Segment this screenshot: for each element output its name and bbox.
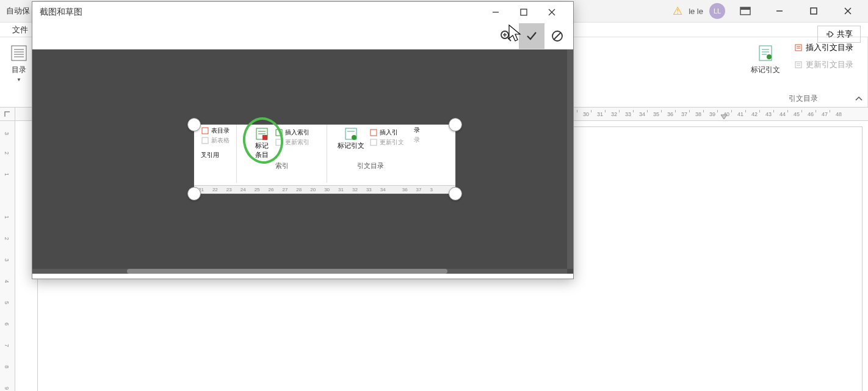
file-tab[interactable]: 文件: [7, 22, 33, 38]
toc-label: 目录: [12, 65, 26, 75]
ruler-tick: 43: [765, 111, 772, 117]
ruler-tick: 36: [667, 111, 673, 117]
dialog-maximize-button[interactable]: [510, 2, 538, 23]
cap-citation-group: 标记引文 插入引 更新引文 引文目录: [327, 125, 414, 183]
cap-mark-citation-button: 标记引文: [338, 126, 364, 150]
cap-mark-entry-button: 标记 条目: [254, 126, 270, 159]
snip-sketch-dialog: 截图和草图 表目录 新表格: [32, 1, 574, 279]
toc-button[interactable]: 目录 ▼: [6, 40, 32, 86]
cap-tof-group: 表目录 新表格 叉引用: [194, 125, 237, 183]
citation-sub-buttons: 插入引文目录 更新引文目录: [789, 40, 858, 72]
citation-group-title: 引文目录: [789, 93, 818, 106]
ruler-tick: 39: [709, 111, 715, 117]
ruler-vertical[interactable]: 3 2 1 1 2 3 4 5 6 7 8 9: [0, 121, 15, 391]
canvas-scrollbar-h[interactable]: [32, 269, 567, 274]
close-button[interactable]: [834, 0, 862, 23]
ribbon-display-options-button[interactable]: [731, 0, 759, 23]
svg-rect-6: [12, 46, 26, 60]
ruler-tick: 46: [808, 111, 814, 117]
cap-update-cite: 更新引文: [369, 138, 404, 147]
ruler-tick: 41: [737, 111, 743, 117]
svg-rect-39: [276, 139, 282, 145]
ruler-tick: 42: [751, 111, 758, 117]
ruler-tick: 4: [4, 280, 10, 283]
cap-index-group: 标记 条目 插入索引 更新索引 索引: [237, 125, 327, 183]
cap-cite-sub: 插入引 更新引文: [369, 126, 404, 147]
insert-citation-toc-label: 插入引文目录: [806, 42, 853, 53]
cap-mark-entry-l1: 标记: [255, 141, 269, 150]
ribbon-collapse-button[interactable]: [855, 95, 863, 104]
ruler-tick: 6: [4, 323, 10, 326]
cap-update-table: 新表格: [201, 136, 230, 145]
cap-insert-index: 插入索引: [275, 128, 309, 137]
scrollbar-thumb[interactable]: [127, 269, 447, 274]
ruler-tick: 48: [836, 111, 842, 117]
avatar[interactable]: LL: [709, 3, 725, 19]
minimize-button[interactable]: [765, 0, 794, 23]
cancel-button[interactable]: [544, 23, 570, 49]
warning-icon[interactable]: ⚠: [673, 4, 682, 18]
svg-rect-1: [740, 7, 750, 10]
dialog-title: 截图和草图: [40, 7, 82, 18]
chevron-down-icon: ▼: [16, 77, 21, 82]
svg-line-27: [508, 38, 511, 41]
ruler-tick: 45: [794, 111, 800, 117]
cap-citation-label: 引文目录: [357, 161, 384, 170]
resize-handle-tl[interactable]: [187, 118, 201, 131]
cap-index-label: 索引: [275, 161, 289, 170]
update-citation-toc-button[interactable]: 更新引文目录: [789, 57, 858, 72]
dialog-minimize-button[interactable]: [482, 2, 510, 23]
svg-rect-37: [262, 135, 267, 140]
share-button[interactable]: 共享: [817, 26, 861, 43]
ruler-tick: 38: [695, 111, 701, 117]
cap-mark-entry-l2: 条目: [255, 150, 269, 159]
svg-rect-43: [371, 130, 377, 136]
maximize-button[interactable]: [800, 0, 828, 23]
ruler-tick: 33: [625, 111, 631, 117]
dialog-close-button[interactable]: [538, 2, 566, 23]
svg-rect-16: [795, 45, 801, 51]
cap-insert-cite: 插入引: [369, 128, 404, 137]
ruler-tick: 34: [639, 111, 645, 117]
svg-rect-33: [202, 137, 208, 144]
cap-index-sub: 插入索引 更新索引: [275, 126, 309, 147]
svg-line-31: [554, 32, 561, 40]
dialog-titlebar[interactable]: 截图和草图: [32, 2, 573, 23]
captured-image[interactable]: 表目录 新表格 叉引用 标记 条目 插入索引: [193, 124, 456, 194]
ruler-tick: 35: [653, 111, 659, 117]
dialog-canvas[interactable]: 表目录 新表格 叉引用 标记 条目 插入索引: [32, 49, 573, 274]
resize-handle-tr[interactable]: [449, 118, 462, 131]
ruler-tick: 30: [583, 111, 589, 117]
ruler-tick: 32: [611, 111, 617, 117]
mark-citation-button[interactable]: 标记引文: [748, 40, 783, 78]
margin-marker-icon[interactable]: [720, 114, 728, 120]
cap-update-index: 更新索引: [275, 138, 309, 147]
ruler-tick: 37: [681, 111, 687, 117]
mark-citation-label: 标记引文: [751, 65, 780, 75]
dialog-toolbar: [32, 23, 573, 49]
ruler-tick: 1: [4, 173, 10, 176]
confirm-button[interactable]: [519, 23, 544, 49]
ribbon-right: 标记引文 插入引文目录 更新引文目录 引文目录: [739, 37, 868, 107]
ruler-tick: 3: [4, 132, 10, 135]
ruler-tick: 8: [4, 365, 10, 368]
ruler-tick: 5: [4, 301, 10, 304]
ruler-tick: 44: [779, 111, 786, 117]
resize-handle-bl[interactable]: [187, 187, 201, 200]
ruler-tick: 2: [4, 152, 10, 155]
cap-mark-citation-label: 标记引文: [338, 141, 364, 150]
svg-rect-23: [521, 9, 527, 15]
svg-rect-3: [811, 8, 817, 14]
share-label: 共享: [837, 29, 853, 40]
zoom-button[interactable]: [493, 23, 519, 49]
capture-ruler: 21 22 23 24 25 26 27 28 20 30 31 32 33 3…: [194, 185, 455, 194]
svg-rect-32: [202, 128, 208, 134]
autosave-label: 自动保: [6, 5, 30, 16]
resize-handle-br[interactable]: [449, 187, 462, 200]
cap-cross-ref: 叉引用: [201, 151, 230, 159]
svg-rect-19: [795, 62, 801, 68]
user-name: le le: [689, 7, 703, 16]
dialog-controls: [482, 2, 566, 23]
titlebar-right: ⚠ le le LL: [673, 0, 862, 23]
canvas-scrollbar-v[interactable]: [567, 49, 573, 269]
